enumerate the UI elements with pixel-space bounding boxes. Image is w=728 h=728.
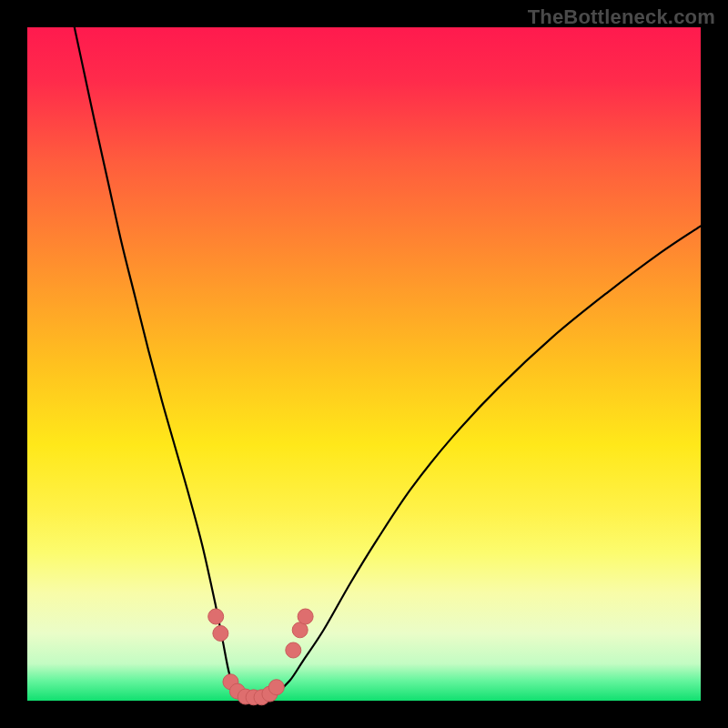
highlight-point	[268, 680, 284, 695]
highlight-point	[286, 642, 301, 658]
points-layer	[27, 27, 701, 701]
highlight-points-group	[208, 609, 313, 705]
watermark-text: TheBottleneck.com	[528, 5, 715, 29]
chart-frame: TheBottleneck.com	[0, 0, 728, 728]
highlight-point	[208, 609, 224, 624]
plot-area	[27, 27, 701, 701]
highlight-point	[298, 609, 313, 624]
highlight-point	[213, 626, 228, 642]
